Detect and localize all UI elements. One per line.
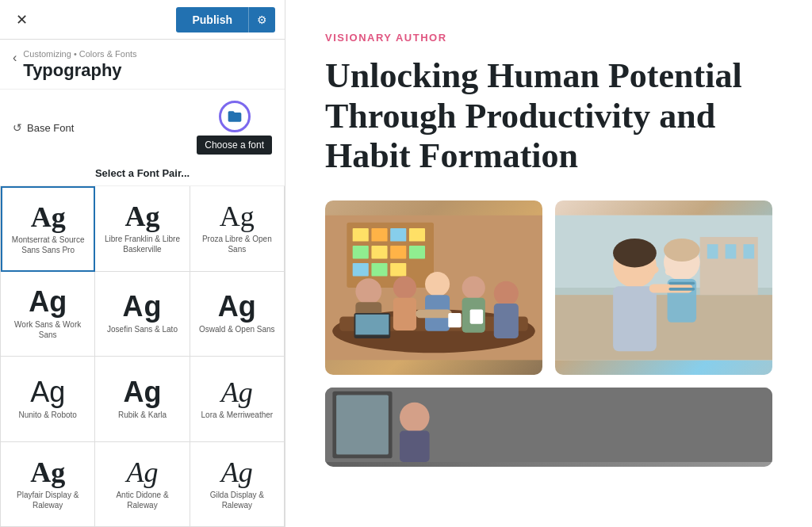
svg-rect-18 [393,298,416,330]
preview-image-meeting [325,200,542,375]
base-font-label: ↺ Base Font [13,121,74,134]
bottom-illustration [325,388,772,462]
font-name-4: Josefin Sans & Lato [107,324,178,334]
svg-point-42 [664,239,700,262]
svg-rect-49 [325,388,772,462]
font-cell-3[interactable]: AgWork Sans & Work Sans [1,272,95,357]
font-name-11: Gilda Display & Raleway [197,490,278,510]
base-font-header: ↺ Base Font Choose a font [0,90,285,162]
preview-image-family [555,200,772,375]
svg-point-21 [462,276,485,299]
svg-rect-31 [555,288,772,360]
svg-rect-7 [371,246,387,258]
svg-rect-46 [668,281,695,285]
preview-images [325,200,772,375]
font-cell-2[interactable]: AgProza Libre & Open Sans [190,186,285,272]
publish-button[interactable]: Publish [176,7,248,32]
back-button[interactable]: ‹ [13,51,17,65]
font-name-0: Montserrat & Source Sans Sans Pro [9,235,87,255]
font-name-5: Oswald & Open Sans [199,324,275,334]
svg-rect-9 [409,246,425,258]
svg-rect-28 [448,313,461,327]
svg-point-15 [355,278,381,304]
svg-rect-25 [416,309,452,318]
breadcrumb-path: Customizing • Colors & Fonts [23,49,136,59]
svg-point-23 [494,281,519,306]
font-cell-8[interactable]: AgLora & Merriweather [190,357,285,442]
font-name-7: Rubik & Karla [118,410,167,420]
font-cell-0[interactable]: AgMontserrat & Source Sans Sans Pro [1,186,95,272]
svg-rect-4 [390,228,406,241]
preview-image-bottom [325,388,772,467]
meeting-illustration [325,200,542,375]
font-ag-10: Ag [126,458,158,487]
close-button[interactable]: ✕ [10,8,33,32]
font-ag-7: Ag [123,378,161,407]
breadcrumb-title: Typography [23,60,136,81]
font-chooser-container: Choose a font [197,101,272,155]
folder-icon [227,109,243,124]
back-icon: ‹ [13,51,17,64]
svg-rect-2 [353,228,369,241]
svg-rect-51 [336,395,389,454]
svg-rect-12 [390,263,406,276]
svg-rect-3 [371,228,387,241]
font-name-6: Nunito & Roboto [18,410,76,420]
font-ag-3: Ag [29,288,67,316]
svg-rect-11 [371,263,387,276]
font-cell-11[interactable]: AgGilda Display & Raleway [190,442,285,528]
svg-point-17 [393,276,416,299]
preview-category: VISIONARY AUTHOR [325,32,772,44]
font-name-9: Playfair Display & Raleway [7,490,88,510]
svg-rect-29 [470,309,483,323]
left-panel: ✕ Publish ⚙ ‹ Customizing • Colors & Fon… [0,0,285,527]
font-cell-6[interactable]: AgNunito & Roboto [1,357,95,442]
svg-rect-36 [743,244,754,258]
family-illustration [555,200,772,375]
font-name-10: Antic Didone & Raleway [102,490,182,510]
svg-rect-5 [409,228,425,241]
font-ag-11: Ag [221,458,253,487]
font-ag-8: Ag [221,378,253,407]
font-cell-5[interactable]: AgOswald & Open Sans [190,272,285,357]
choose-font-tooltip: Choose a font [197,136,272,155]
top-bar: ✕ Publish ⚙ [0,0,285,40]
font-ag-6: Ag [30,378,65,407]
font-cell-7[interactable]: AgRubik & Karla [95,357,190,442]
font-grid: AgMontserrat & Source Sans Sans ProAgLib… [0,186,285,527]
svg-point-52 [400,403,430,433]
font-ag-2: Ag [220,202,255,231]
font-name-8: Lora & Merriweather [201,410,274,420]
breadcrumb-area: ‹ Customizing • Colors & Fonts Typograph… [0,40,285,90]
choose-font-button[interactable] [219,101,251,132]
font-ag-4: Ag [122,292,162,321]
font-cell-1[interactable]: AgLibre Franklin & Libre Baskerville [95,186,190,272]
font-name-1: Libre Franklin & Libre Baskerville [102,234,182,254]
svg-rect-38 [613,286,657,351]
svg-rect-53 [400,430,430,461]
breadcrumb: Customizing • Colors & Fonts Typography [23,49,136,81]
refresh-icon: ↺ [13,121,22,134]
svg-point-44 [665,268,674,275]
font-cell-4[interactable]: AgJosefin Sans & Lato [95,272,190,357]
svg-point-43 [647,265,659,273]
svg-rect-35 [726,244,737,258]
gear-icon: ⚙ [257,13,267,26]
font-grid-header: Select a Font Pair... [0,162,285,186]
font-name-3: Work Sans & Work Sans [7,319,88,340]
svg-rect-10 [353,263,369,276]
font-ag-9: Ag [30,458,65,487]
font-cell-10[interactable]: AgAntic Didone & Raleway [95,442,190,528]
svg-rect-8 [390,246,406,258]
font-cell-9[interactable]: AgPlayfair Display & Raleway [1,442,95,528]
font-name-2: Proza Libre & Open Sans [197,234,278,254]
font-ag-0: Ag [31,203,66,231]
svg-rect-47 [668,288,695,291]
base-font-text: Base Font [27,122,74,134]
svg-point-19 [425,272,450,296]
svg-rect-27 [355,315,389,335]
settings-button[interactable]: ⚙ [248,7,275,32]
svg-rect-34 [707,244,718,258]
font-ag-5: Ag [218,292,256,321]
publish-group: Publish ⚙ [176,7,275,32]
